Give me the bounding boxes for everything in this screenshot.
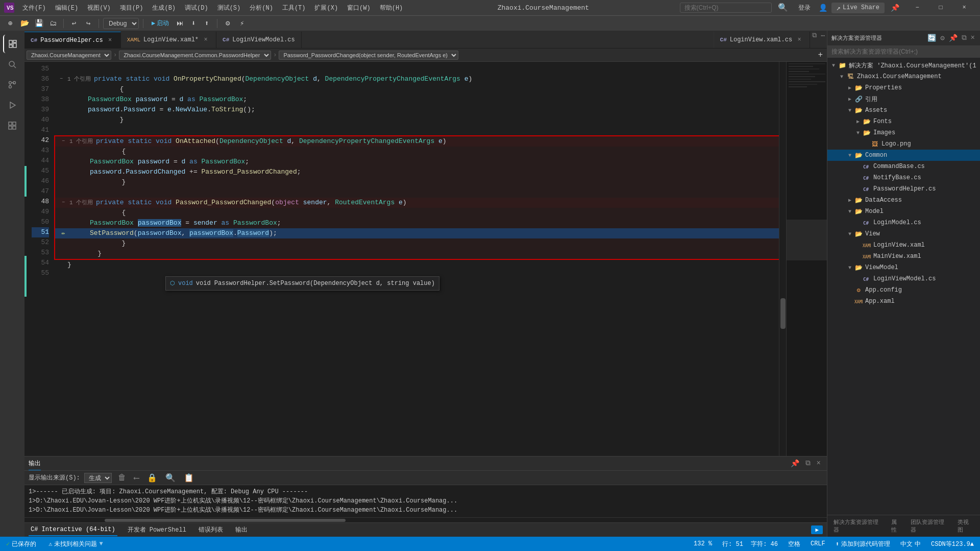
tree-loginviewmodel[interactable]: C# LoginViewModel.cs: [827, 273, 980, 284]
new-project-button[interactable]: ⊕: [4, 17, 16, 30]
more-tabs-button[interactable]: ⋯: [819, 32, 827, 48]
tree-properties[interactable]: ▶ 📂 Properties: [827, 82, 980, 93]
code-editor[interactable]: 35 36 37 38 39 40 41 42 43 44 45 46 47 4…: [24, 62, 827, 456]
statusbar-errors[interactable]: ⚠ 未找到相关问题 ▼: [46, 539, 105, 549]
h-scrollbar-thumb[interactable]: [105, 519, 346, 522]
menu-file[interactable]: 文件(F): [18, 3, 50, 13]
debug-config-select[interactable]: Debug: [103, 18, 139, 29]
menu-build[interactable]: 生成(B): [148, 3, 180, 13]
menu-window[interactable]: 窗口(W): [343, 3, 375, 13]
output-split-button[interactable]: ⧉: [803, 458, 813, 469]
tab-passwordhelper[interactable]: C# PasswordHelper.cs ×: [24, 32, 121, 48]
save-button[interactable]: 💾: [33, 17, 45, 30]
menu-debug[interactable]: 调试(D): [181, 3, 212, 13]
tree-commandbase[interactable]: C# CommandBase.cs: [827, 161, 980, 172]
output-tab[interactable]: 输出: [29, 457, 41, 470]
step-over-button[interactable]: ⏭: [174, 17, 186, 30]
tree-dataaccess[interactable]: ▶ 📂 DataAccess: [827, 195, 980, 206]
tree-logo-png[interactable]: 🖼 Logo.png: [827, 138, 980, 150]
step-out-button[interactable]: ⬆: [201, 17, 213, 30]
lock-output-button[interactable]: 🔒: [145, 472, 159, 484]
sol-settings-button[interactable]: ⚙: [939, 33, 945, 43]
sol-sync-button[interactable]: 🔄: [926, 33, 937, 43]
horizontal-scrollbar[interactable]: [24, 517, 827, 522]
minimap[interactable]: [786, 62, 827, 456]
statusbar-row-col[interactable]: 行: 51 字符: 46: [720, 539, 780, 549]
tree-loginview-xaml[interactable]: XAML LoginView.xaml: [827, 239, 980, 251]
search-sidebar-icon[interactable]: [3, 55, 21, 74]
tree-fonts[interactable]: ▶ 📂 Fonts: [827, 116, 980, 127]
copy-output-button[interactable]: 📋: [182, 472, 196, 484]
search-icon[interactable]: 🔍: [776, 3, 790, 13]
extensions-icon[interactable]: [3, 116, 21, 135]
minimize-button[interactable]: −: [905, 0, 929, 15]
menu-edit[interactable]: 编辑(E): [51, 3, 83, 13]
format-button[interactable]: ⚙: [222, 17, 234, 30]
menu-help[interactable]: 帮助(H): [376, 3, 407, 13]
breadcrumb-namespace-select[interactable]: Zhaoxi.CourseManagement.Common.PasswordH…: [119, 51, 271, 60]
statusbar-saved[interactable]: ✓ 已保存的: [4, 539, 38, 549]
scroll-down-button[interactable]: ▶: [811, 525, 823, 534]
settings-button[interactable]: ⚡: [236, 17, 248, 30]
bottom-tab-output[interactable]: 输出: [233, 523, 250, 536]
menu-analyze[interactable]: 分析(N): [246, 3, 277, 13]
statusbar-zoom[interactable]: 132 %: [692, 539, 714, 548]
output-close-button[interactable]: ×: [815, 458, 823, 469]
sol-tab-classview[interactable]: 类视图: [955, 517, 976, 535]
breadcrumb-method-select[interactable]: Password_PasswordChanged(object sender, …: [279, 51, 458, 60]
statusbar-encoding[interactable]: CRLF: [808, 539, 827, 548]
tab-close-loginview[interactable]: ×: [202, 36, 210, 44]
tab-loginview-xaml[interactable]: XAML LoginView.xaml* ×: [121, 32, 216, 48]
sol-split-button[interactable]: ⧉: [961, 33, 968, 43]
solution-project[interactable]: ▼ 🏗 Zhaoxi.CourseManagement: [827, 71, 980, 82]
clear-output-button[interactable]: 🗑: [116, 472, 128, 484]
statusbar-add-source[interactable]: ⬆ 添加到源代码管理: [834, 539, 892, 549]
menu-project[interactable]: 项目(P): [116, 3, 148, 13]
redo-button[interactable]: ↪: [82, 17, 94, 30]
split-editor-button[interactable]: ⧉: [810, 32, 819, 48]
find-in-output-button[interactable]: 🔍: [163, 472, 178, 484]
tab-close-loginviewcs[interactable]: ×: [795, 36, 803, 44]
undo-button[interactable]: ↩: [68, 17, 80, 30]
menu-test[interactable]: 测试(S): [213, 3, 245, 13]
statusbar-spaces[interactable]: 空格: [786, 539, 802, 549]
global-search-input[interactable]: [680, 3, 772, 13]
bottom-tab-errors[interactable]: 错误列表: [197, 523, 225, 536]
menu-tools[interactable]: 工具(T): [278, 3, 310, 13]
tree-appxaml[interactable]: XAML App.xaml: [827, 296, 980, 307]
tree-view[interactable]: ▼ 📂 View: [827, 228, 980, 239]
tab-loginviewxamlcs[interactable]: C# LoginView.xaml.cs ×: [714, 32, 811, 48]
step-into-button[interactable]: ⬇: [187, 17, 200, 30]
sol-tab-team[interactable]: 团队资源管理器: [909, 517, 951, 535]
word-wrap-button[interactable]: ⟵: [132, 472, 141, 484]
menu-view[interactable]: 视图(V): [83, 3, 115, 13]
solution-root[interactable]: ▼ 📁 解决方案 'Zhaoxi.CourseManagement'(1 个项目…: [827, 60, 980, 71]
breadcrumb-project-select[interactable]: Zhaoxi.CourseManagement: [27, 51, 111, 60]
sol-tab-properties[interactable]: 属性: [889, 517, 904, 535]
statusbar-ime[interactable]: CSDN等123.9▲: [929, 539, 976, 549]
add-editor-button[interactable]: +: [816, 51, 825, 60]
sol-pin-button[interactable]: 📌: [948, 33, 959, 43]
save-all-button[interactable]: 🗂: [47, 17, 59, 30]
tree-appconfig[interactable]: ⚙ App.config: [827, 284, 980, 296]
output-source-select[interactable]: 生成: [84, 473, 112, 483]
login-button[interactable]: 登录: [794, 3, 815, 13]
open-button[interactable]: 📂: [18, 17, 31, 30]
menu-extensions[interactable]: 扩展(X): [310, 3, 342, 13]
tree-references[interactable]: ▶ 🔗 引用: [827, 93, 980, 105]
bottom-tab-powershell[interactable]: 开发者 PowerShell: [126, 523, 188, 536]
solution-search-input[interactable]: [827, 46, 980, 58]
tree-loginmodel[interactable]: C# LoginModel.cs: [827, 217, 980, 228]
scrollbar-thumb[interactable]: [780, 298, 786, 329]
start-button[interactable]: ▶ 启动: [148, 18, 173, 29]
maximize-button[interactable]: □: [929, 0, 952, 15]
pin-icon[interactable]: 📌: [889, 4, 901, 12]
sol-close-button[interactable]: ×: [970, 33, 976, 43]
git-icon[interactable]: [3, 76, 21, 94]
output-pin-button[interactable]: 📌: [789, 458, 801, 469]
tree-mainview-xaml[interactable]: XAML MainView.xaml: [827, 251, 980, 262]
tree-common[interactable]: ▼ 📂 Common: [827, 150, 980, 161]
close-button[interactable]: ×: [952, 0, 976, 15]
tree-passwordhelper[interactable]: C# PasswordHelper.cs: [827, 183, 980, 195]
vertical-scrollbar[interactable]: [779, 62, 786, 456]
